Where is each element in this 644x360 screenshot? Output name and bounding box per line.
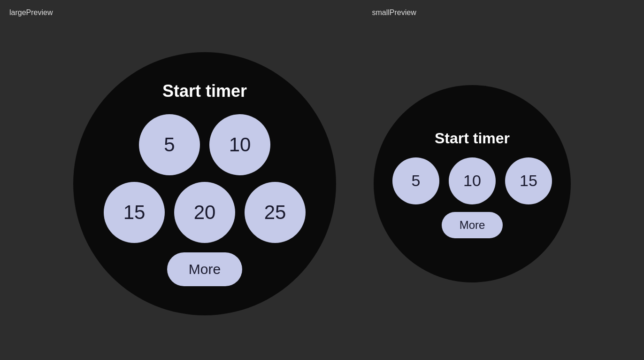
previews-container: Start timer 5 10 15 20 25 More Start tim… <box>0 17 644 360</box>
large-watch-circle: Start timer 5 10 15 20 25 More <box>73 52 336 315</box>
large-btn-5[interactable]: 5 <box>139 114 200 175</box>
small-timer-grid: 5 10 15 More <box>392 157 552 238</box>
small-btn-10[interactable]: 10 <box>449 157 496 204</box>
small-watch-circle: Start timer 5 10 15 More <box>374 85 571 282</box>
small-btn-5[interactable]: 5 <box>392 157 439 204</box>
small-preview-label: smallPreview <box>372 8 416 17</box>
large-row-1: 5 10 <box>139 114 270 175</box>
large-row-2: 15 20 25 <box>104 182 306 243</box>
large-btn-15[interactable]: 15 <box>104 182 165 243</box>
large-watch-title: Start timer <box>162 81 247 101</box>
large-timer-grid: 5 10 15 20 25 More <box>104 114 306 286</box>
small-row-1: 5 10 15 <box>392 157 552 204</box>
small-btn-15[interactable]: 15 <box>505 157 552 204</box>
small-watch-title: Start timer <box>435 130 510 147</box>
large-btn-20[interactable]: 20 <box>174 182 235 243</box>
large-preview-label: largePreview <box>9 8 53 17</box>
small-btn-more[interactable]: More <box>442 212 503 238</box>
large-btn-10[interactable]: 10 <box>209 114 270 175</box>
large-btn-more[interactable]: More <box>167 252 242 286</box>
large-btn-25[interactable]: 25 <box>245 182 306 243</box>
